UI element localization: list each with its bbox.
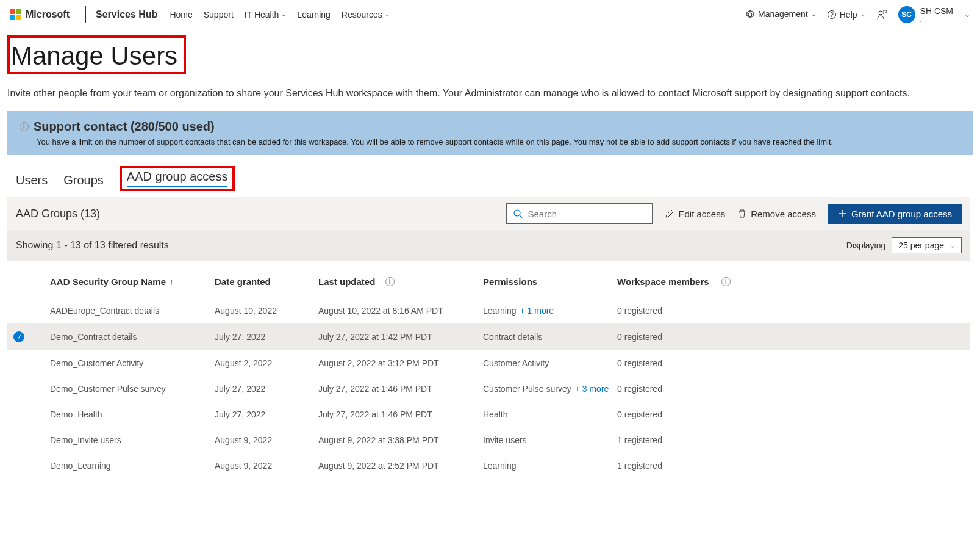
cell-perms: Contract details	[483, 331, 617, 342]
table: AAD Security Group Name↑ Date granted La…	[7, 261, 970, 479]
filter-row: Showing 1 - 13 of 13 filtered results Di…	[7, 230, 970, 261]
row-select[interactable]	[13, 410, 50, 419]
hub-title[interactable]: Services Hub	[96, 9, 157, 20]
banner-title: i Support contact (280/500 used)	[20, 120, 960, 134]
col-updated-label: Last updated	[318, 276, 375, 287]
row-select[interactable]	[13, 435, 50, 445]
cell-updated: July 27, 2022 at 1:46 PM PDT	[318, 384, 483, 394]
table-row[interactable]: Demo_HealthJuly 27, 2022July 27, 2022 at…	[7, 402, 970, 427]
edit-access-button[interactable]: Edit access	[665, 209, 725, 219]
grant-access-button[interactable]: Grant AAD group access	[828, 204, 962, 224]
divider	[85, 6, 86, 23]
cell-date: July 27, 2022	[215, 331, 318, 342]
nav-resources[interactable]: Resources⌄	[342, 10, 390, 20]
displaying-label: Displaying	[846, 240, 886, 250]
info-icon: i	[721, 277, 731, 286]
table-row[interactable]: AADEurope_Contract detailsAugust 10, 202…	[7, 298, 970, 323]
cell-perms: Health	[483, 410, 617, 419]
banner-text: You have a limit on the number of suppor…	[20, 137, 960, 146]
cell-updated: August 2, 2022 at 3:12 PM PDT	[318, 358, 483, 368]
banner-title-text: Support contact (280/500 used)	[34, 120, 215, 134]
brand-label: Microsoft	[26, 9, 70, 20]
cell-name: Demo_Learning	[50, 461, 215, 471]
edit-access-label: Edit access	[678, 209, 725, 219]
cell-members: 0 registered	[617, 358, 770, 368]
grant-access-label: Grant AAD group access	[851, 209, 952, 219]
table-row[interactable]: Demo_Customer Pulse surveyJuly 27, 2022J…	[7, 376, 970, 402]
management-menu[interactable]: Management ⌄	[745, 9, 816, 20]
table-row[interactable]: Demo_Customer ActivityAugust 2, 2022Augu…	[7, 350, 970, 376]
nav-it-health[interactable]: IT Health⌄	[245, 10, 287, 20]
microsoft-logo-icon	[10, 9, 22, 21]
cell-date: July 27, 2022	[215, 384, 318, 394]
tabs: Users Groups AAD group access	[7, 155, 973, 191]
cell-members: 0 registered	[617, 306, 770, 316]
chevron-down-icon: ⌄	[964, 10, 970, 19]
col-name[interactable]: AAD Security Group Name↑	[50, 276, 215, 287]
cell-date: August 2, 2022	[215, 358, 318, 368]
user-sub: .	[920, 16, 953, 23]
nav-learning[interactable]: Learning	[297, 10, 331, 20]
user-name-block: SH CSM .	[920, 6, 953, 23]
info-icon: i	[20, 122, 29, 131]
avatar: SC	[898, 6, 915, 23]
gear-icon	[745, 10, 755, 20]
row-select[interactable]	[13, 358, 50, 368]
remove-access-label: Remove access	[751, 209, 816, 219]
col-members[interactable]: Workspace members i	[617, 276, 770, 287]
cell-updated: August 9, 2022 at 3:38 PM PDT	[318, 435, 483, 445]
search-box[interactable]	[506, 203, 653, 224]
page-title-highlight: Manage Users	[7, 35, 186, 74]
svg-point-2	[879, 11, 882, 15]
table-row[interactable]: Demo_Invite usersAugust 9, 2022August 9,…	[7, 427, 970, 453]
help-label: Help	[840, 10, 857, 20]
header-right: Management ⌄ ? Help ⌄ SC SH CSM . ⌄	[745, 6, 970, 23]
table-row[interactable]: Demo_LearningAugust 9, 2022August 9, 202…	[7, 453, 970, 479]
remove-access-button[interactable]: Remove access	[737, 209, 816, 219]
top-nav: Home Support IT Health⌄ Learning Resourc…	[170, 10, 389, 20]
toolbar: AAD Groups (13) Edit access Remove acces…	[7, 197, 970, 230]
col-updated[interactable]: Last updated i	[318, 276, 483, 287]
check-circle-icon: ✓	[13, 331, 24, 342]
tab-aad-highlight: AAD group access	[120, 166, 235, 191]
row-select[interactable]: ✓	[13, 331, 50, 342]
chevron-down-icon: ⌄	[811, 11, 816, 18]
nav-home[interactable]: Home	[170, 10, 192, 20]
tab-users[interactable]: Users	[16, 173, 48, 191]
more-link[interactable]: + 3 more	[575, 384, 609, 394]
tab-aad-group-access[interactable]: AAD group access	[127, 170, 228, 187]
sort-up-icon: ↑	[170, 277, 174, 286]
cell-name: Demo_Health	[50, 410, 215, 419]
search-input[interactable]	[528, 209, 646, 219]
chevron-down-icon: ⌄	[281, 11, 286, 18]
chevron-down-icon: ⌄	[385, 11, 390, 18]
row-select[interactable]	[13, 306, 50, 316]
col-date[interactable]: Date granted	[215, 276, 318, 287]
row-select[interactable]	[13, 461, 50, 471]
nav-it-health-label: IT Health	[245, 10, 279, 20]
cell-updated: August 10, 2022 at 8:16 AM PDT	[318, 306, 483, 316]
help-menu[interactable]: ? Help ⌄	[827, 10, 865, 20]
cell-name: Demo_Customer Pulse survey	[50, 384, 215, 394]
chevron-down-icon: ⌄	[860, 11, 865, 18]
col-perms[interactable]: Permissions	[483, 276, 617, 287]
page-title: Manage Users	[11, 42, 177, 71]
cell-members: 1 registered	[617, 461, 770, 471]
per-page-select[interactable]: 25 per page ⌄	[892, 237, 962, 253]
row-select[interactable]	[13, 384, 50, 394]
user-menu[interactable]: SC SH CSM . ⌄	[898, 6, 970, 23]
more-link[interactable]: + 1 more	[520, 306, 554, 316]
col-members-label: Workspace members	[617, 276, 709, 287]
nav-support[interactable]: Support	[204, 10, 234, 20]
results-count: Showing 1 - 13 of 13 filtered results	[16, 240, 169, 251]
help-icon: ?	[827, 10, 837, 20]
cell-perms: Invite users	[483, 435, 617, 445]
feedback-button[interactable]	[876, 9, 887, 20]
table-row[interactable]: ✓Demo_Contract detailsJuly 27, 2022July …	[7, 323, 970, 350]
cell-updated: July 27, 2022 at 1:42 PM PDT	[318, 331, 483, 342]
cell-updated: July 27, 2022 at 1:46 PM PDT	[318, 410, 483, 419]
tab-groups[interactable]: Groups	[63, 173, 104, 191]
svg-line-4	[520, 215, 522, 218]
cell-perms: Learning	[483, 461, 617, 471]
per-page-value: 25 per page	[898, 240, 944, 250]
